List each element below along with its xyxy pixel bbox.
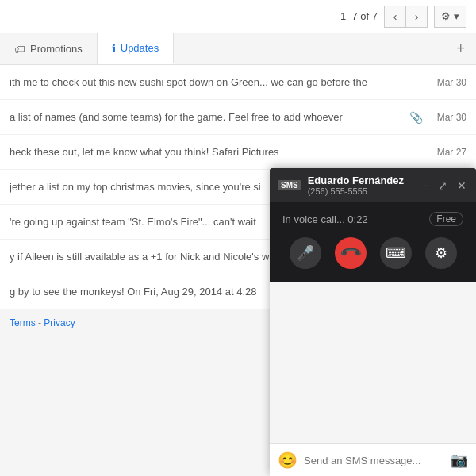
sms-message-area: 😊 📷 xyxy=(270,282,476,476)
gear-icon: ⚙ xyxy=(435,244,447,262)
call-status-text: In voice call... 0:22 xyxy=(282,213,368,225)
expand-button[interactable]: ⤢ xyxy=(436,178,449,194)
next-page-button[interactable]: › xyxy=(405,6,428,28)
email-date: Mar 30 xyxy=(437,112,466,123)
sms-header: SMS Eduardo Fernández (256) 555-5555 − ⤢… xyxy=(270,168,476,202)
email-snippet: heck these out, let me know what you thi… xyxy=(10,146,428,158)
call-free-badge: Free xyxy=(429,212,463,226)
email-date: Mar 27 xyxy=(437,147,466,158)
dialpad-button[interactable]: ⌨ xyxy=(380,237,412,269)
settings-icon: ⚙ xyxy=(441,10,451,22)
attachment-icon: 📎 xyxy=(409,111,423,124)
contact-phone: (256) 555-5555 xyxy=(308,186,420,196)
settings-dropdown-icon: ▾ xyxy=(454,10,459,22)
call-area: In voice call... 0:22 Free 🎤 📞 ⌨ ⚙ xyxy=(270,202,476,282)
settings-button[interactable]: ⚙ ▾ xyxy=(434,6,466,28)
tab-updates-label: Updates xyxy=(121,42,159,54)
mute-button[interactable]: 🎤 xyxy=(290,237,321,269)
sms-text-input[interactable] xyxy=(304,455,444,466)
tab-updates[interactable]: ℹ Updates xyxy=(98,33,174,64)
add-tab-button[interactable]: + xyxy=(445,33,476,64)
emoji-button[interactable]: 😊 xyxy=(278,451,298,470)
end-call-icon: 📞 xyxy=(338,240,363,265)
promotions-icon: 🏷 xyxy=(14,43,25,56)
privacy-link[interactable]: Privacy xyxy=(44,317,75,328)
tabs-bar: 🏷 Promotions ℹ Updates + xyxy=(0,33,476,65)
sms-badge: SMS xyxy=(278,180,301,190)
sms-input-bar: 😊 📷 xyxy=(270,443,476,476)
call-settings-button[interactable]: ⚙ xyxy=(425,237,457,269)
sms-window-controls: − ⤢ ✕ xyxy=(420,178,468,194)
pagination-info: 1–7 of 7 xyxy=(340,10,378,22)
email-snippet: a list of names (and some teams) for the… xyxy=(10,111,409,123)
tab-promotions-label: Promotions xyxy=(30,43,83,55)
terms-link[interactable]: Terms xyxy=(10,317,36,328)
email-date: Mar 30 xyxy=(437,77,466,88)
camera-button[interactable]: 📷 xyxy=(451,451,468,469)
call-buttons: 🎤 📞 ⌨ ⚙ xyxy=(282,237,463,269)
email-snippet: ith me to check out this new sushi spot … xyxy=(10,76,428,88)
sms-contact-info: Eduardo Fernández (256) 555-5555 xyxy=(308,175,420,196)
minimize-button[interactable]: − xyxy=(420,178,430,194)
call-status: In voice call... 0:22 Free xyxy=(282,212,463,226)
dialpad-icon: ⌨ xyxy=(386,244,406,262)
contact-name: Eduardo Fernández xyxy=(308,175,420,186)
sms-popup: SMS Eduardo Fernández (256) 555-5555 − ⤢… xyxy=(270,168,476,476)
mic-icon: 🎤 xyxy=(297,244,314,262)
prev-page-button[interactable]: ‹ xyxy=(384,6,406,28)
updates-icon: ℹ xyxy=(112,42,116,55)
tab-promotions[interactable]: 🏷 Promotions xyxy=(0,33,98,64)
close-button[interactable]: ✕ xyxy=(455,178,468,194)
end-call-button[interactable]: 📞 xyxy=(335,237,367,269)
table-row[interactable]: a list of names (and some teams) for the… xyxy=(0,100,476,135)
table-row[interactable]: ith me to check out this new sushi spot … xyxy=(0,65,476,100)
top-bar: 1–7 of 7 ‹ › ⚙ ▾ xyxy=(0,0,476,33)
table-row[interactable]: heck these out, let me know what you thi… xyxy=(0,135,476,170)
